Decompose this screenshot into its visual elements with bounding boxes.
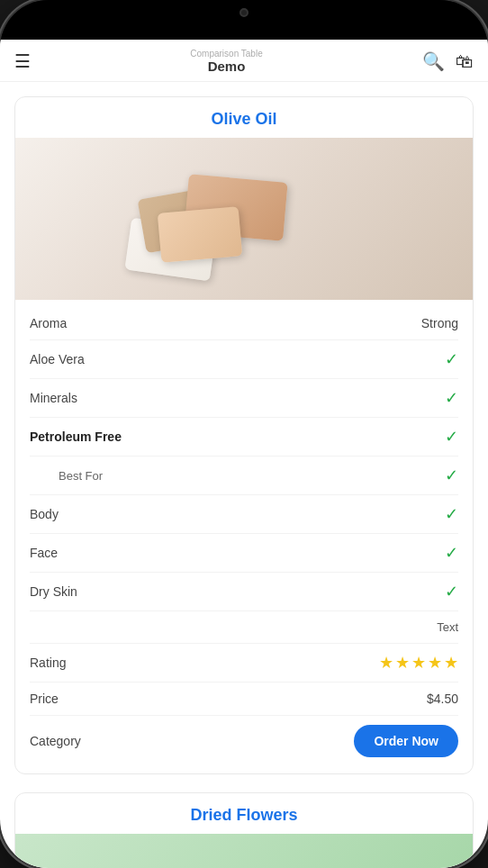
spec-row-best-for: Best For ✓ xyxy=(30,457,458,495)
spec-value-petroleum-free: ✓ xyxy=(445,427,458,447)
screen: ☰ Comparison Table Demo 🔍 🛍 Olive Oil xyxy=(0,40,488,868)
notch xyxy=(185,0,303,25)
spec-label-aroma: Aroma xyxy=(30,316,67,330)
product-image-dried-flowers xyxy=(15,834,473,868)
star-3: ★ xyxy=(411,653,426,673)
spec-value-minerals: ✓ xyxy=(445,388,458,408)
header-actions: 🔍 🛍 xyxy=(422,50,474,72)
spec-value-aloe-vera: ✓ xyxy=(445,349,458,369)
spec-label-aloe-vera: Aloe Vera xyxy=(30,352,85,366)
product-title-olive-oil: Olive Oil xyxy=(15,97,473,138)
phone-frame: ☰ Comparison Table Demo 🔍 🛍 Olive Oil xyxy=(0,0,488,868)
spec-row-aloe-vera: Aloe Vera ✓ xyxy=(30,340,458,379)
spec-row-minerals: Minerals ✓ xyxy=(30,379,458,418)
spec-label-rating: Rating xyxy=(30,656,66,670)
star-4: ★ xyxy=(428,653,442,673)
spec-row-rating: Rating ★ ★ ★ ★ ★ xyxy=(30,644,458,683)
spec-value-text: Text xyxy=(437,620,458,634)
spec-value-dry-skin: ✓ xyxy=(445,582,458,601)
spec-label-minerals: Minerals xyxy=(30,391,77,405)
spec-row-dry-skin: Dry Skin ✓ xyxy=(30,573,458,611)
spec-row-petroleum-free: Petroleum Free ✓ xyxy=(30,418,458,457)
spec-label-face: Face xyxy=(30,546,58,560)
spec-label-best-for: Best For xyxy=(30,469,103,483)
header-subtitle: Comparison Table xyxy=(31,49,422,59)
spec-label-body: Body xyxy=(30,507,59,521)
notch-area xyxy=(0,0,488,40)
spec-row-face: Face ✓ xyxy=(30,534,458,573)
header-center: Comparison Table Demo xyxy=(31,49,422,74)
spec-row-aroma: Aroma Strong xyxy=(30,307,458,340)
camera xyxy=(239,8,249,17)
spec-label-dry-skin: Dry Skin xyxy=(30,584,77,599)
spec-label-petroleum-free: Petroleum Free xyxy=(30,429,122,444)
spec-row-text: Text xyxy=(30,611,458,644)
menu-icon[interactable]: ☰ xyxy=(14,50,31,72)
stars: ★ ★ ★ ★ ★ xyxy=(379,653,458,673)
spec-row-body: Body ✓ xyxy=(30,495,458,534)
spec-value-best-for: ✓ xyxy=(445,466,458,485)
product-card-dried-flowers: Dried Flowers xyxy=(14,792,474,868)
scroll-content[interactable]: Olive Oil Aroma Strong xyxy=(0,82,488,868)
product-image-olive-oil xyxy=(15,138,473,300)
order-now-button[interactable]: Order Now xyxy=(354,725,458,757)
spec-label-category: Category xyxy=(30,734,81,748)
star-5: ★ xyxy=(444,653,458,673)
spec-label-price: Price xyxy=(30,692,59,706)
spec-row-price: Price $4.50 xyxy=(30,683,458,716)
search-icon[interactable]: 🔍 xyxy=(422,50,445,72)
header-title: Demo xyxy=(31,59,422,74)
star-1: ★ xyxy=(379,653,393,673)
spec-value-body: ✓ xyxy=(445,504,458,524)
product-card-olive-oil: Olive Oil Aroma Strong xyxy=(14,96,474,774)
spec-table: Aroma Strong Aloe Vera ✓ Minerals ✓ xyxy=(15,300,473,773)
spec-row-category: Category Order Now xyxy=(30,716,458,766)
spec-value-aroma: Strong xyxy=(421,316,458,330)
product-title-dried-flowers: Dried Flowers xyxy=(15,793,473,834)
spec-value-price: $4.50 xyxy=(427,692,458,706)
star-2: ★ xyxy=(395,653,410,673)
bag-icon[interactable]: 🛍 xyxy=(456,51,474,72)
header: ☰ Comparison Table Demo 🔍 🛍 xyxy=(0,40,488,82)
soap-bar-3 xyxy=(158,206,242,263)
soap-visual xyxy=(15,138,473,300)
spec-value-face: ✓ xyxy=(445,543,458,563)
